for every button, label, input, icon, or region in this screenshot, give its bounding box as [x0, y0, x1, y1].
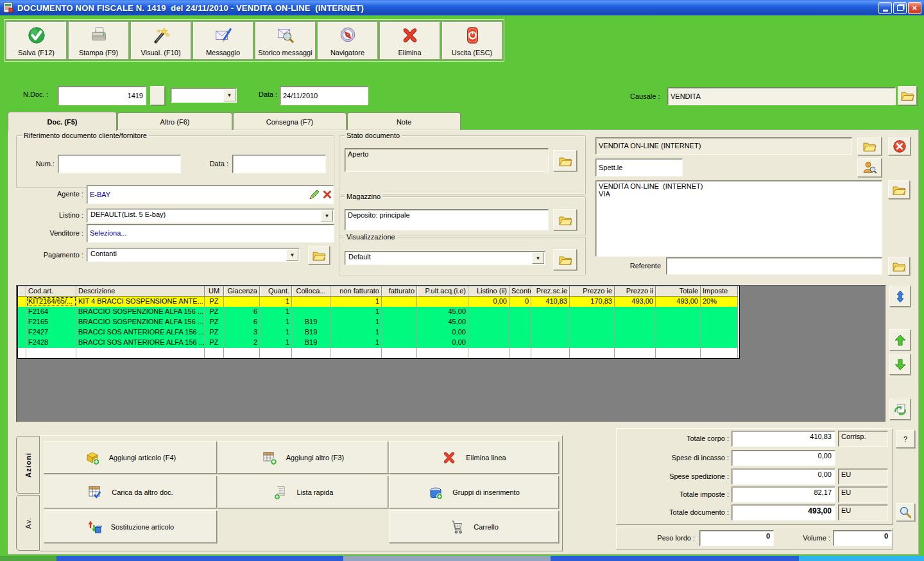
stato-lookup-button[interactable] — [553, 150, 577, 171]
rif-data-field[interactable] — [232, 155, 326, 173]
cell[interactable]: BRACCIO SOSPENZIONE ALFA 156 ... — [76, 317, 205, 327]
stato-field[interactable]: Aperto — [345, 148, 549, 172]
cell[interactable]: 1 — [330, 317, 382, 327]
cell[interactable] — [509, 338, 531, 348]
carrello-button[interactable]: Carrello — [389, 510, 559, 543]
agente-field[interactable]: E-BAY — [87, 185, 334, 204]
cell[interactable] — [531, 307, 570, 317]
cell[interactable]: F2427 — [26, 327, 76, 338]
cell[interactable] — [260, 348, 292, 358]
cell[interactable]: KIT2164/65/... — [26, 297, 76, 307]
row-indicator[interactable] — [18, 327, 26, 338]
cell[interactable] — [509, 327, 531, 338]
peso-lordo-field[interactable]: 0 — [699, 530, 774, 546]
cell[interactable] — [382, 297, 417, 307]
cell[interactable]: F2164 — [26, 307, 76, 317]
tab-azioni[interactable]: Azioni — [16, 436, 40, 494]
cell[interactable] — [417, 297, 468, 307]
indirizzo-textarea[interactable]: VENDITA ON-LINE (INTERNET) VIA — [595, 180, 882, 257]
listino-dropdown[interactable]: DEFAULT(List. 5 E-bay)▼ — [87, 209, 334, 223]
cell[interactable] — [701, 348, 738, 358]
cell[interactable] — [468, 338, 509, 348]
chevron-down-icon[interactable]: ▼ — [223, 89, 235, 101]
cell[interactable]: KIT 4 BRACCI SOSPENSIONE ANTE... — [76, 297, 205, 307]
cell[interactable] — [382, 348, 417, 358]
cell[interactable] — [570, 327, 615, 338]
column-header[interactable]: Descrizione — [76, 286, 205, 297]
minimize-button[interactable] — [878, 2, 892, 14]
date-field[interactable]: 24/11/2010 — [280, 86, 368, 105]
cerca-cliente-button[interactable] — [857, 158, 882, 177]
cell[interactable] — [570, 338, 615, 348]
ndoc-aux-button[interactable] — [150, 86, 165, 105]
uscita-button[interactable]: Uscita (ESC) — [441, 21, 502, 60]
cell[interactable]: 493,00 — [656, 297, 701, 307]
magazzino-field[interactable]: Deposito: principale — [345, 209, 549, 230]
row-up-button[interactable] — [889, 329, 911, 350]
messaggio-button[interactable]: Messaggio — [193, 21, 253, 60]
row-indicator[interactable] — [18, 307, 26, 317]
cell[interactable] — [615, 338, 656, 348]
table-row[interactable]: F2165BRACCIO SOSPENZIONE ALFA 156 ...PZ6… — [18, 317, 739, 327]
cell[interactable] — [656, 307, 701, 317]
cell[interactable]: BRACCI SOS ANTERIORE ALFA 156 ... — [76, 338, 205, 348]
rif-num-field[interactable] — [58, 155, 181, 173]
elimina-linea-button[interactable]: Elimina linea — [389, 441, 559, 474]
cell[interactable] — [701, 327, 738, 338]
column-header[interactable]: non fatturato — [330, 286, 382, 297]
elimina-button[interactable]: Elimina — [379, 21, 440, 60]
indirizzo-lookup-button[interactable] — [888, 180, 910, 199]
visualizzazione-dropdown[interactable]: Default▼ — [345, 251, 545, 265]
close-button[interactable]: ✕ — [908, 2, 921, 14]
cell[interactable] — [468, 327, 509, 338]
cell[interactable]: F2165 — [26, 317, 76, 327]
lista-rapida-button[interactable]: Lista rapida — [218, 476, 388, 508]
row-indicator[interactable] — [18, 297, 26, 307]
cell[interactable] — [531, 338, 570, 348]
magazzino-lookup-button[interactable] — [553, 209, 577, 230]
column-header[interactable]: Listino (ii) — [468, 286, 509, 297]
table-row[interactable]: KIT2164/65/...KIT 4 BRACCI SOSPENSIONE A… — [18, 297, 739, 307]
cell[interactable]: BRACCI SOS ANTERIORE ALFA 156 ... — [76, 327, 205, 338]
cell[interactable] — [224, 348, 260, 358]
column-header[interactable]: Colloca... — [292, 286, 330, 297]
cell[interactable] — [531, 348, 570, 358]
cliente-lookup-button[interactable] — [857, 137, 882, 155]
stampa-button[interactable]: Stampa (F9) — [68, 21, 129, 60]
cell[interactable]: 1 — [260, 297, 292, 307]
cell[interactable] — [417, 348, 468, 358]
cell[interactable] — [701, 307, 738, 317]
cell[interactable]: 6 — [224, 307, 260, 317]
edit-pencil-icon[interactable] — [308, 188, 321, 201]
pagamento-lookup-button[interactable] — [308, 246, 330, 264]
cell[interactable] — [656, 317, 701, 327]
table-row[interactable]: F2427BRACCI SOS ANTERIORE ALFA 156 ...PZ… — [18, 327, 739, 338]
gruppi-di-inserimento-button[interactable]: Gruppi di inserimento — [389, 476, 559, 508]
table-row[interactable]: F2428BRACCI SOS ANTERIORE ALFA 156 ...PZ… — [18, 338, 739, 348]
column-header[interactable]: UM — [205, 286, 224, 297]
cell[interactable]: 1 — [260, 327, 292, 338]
cell[interactable] — [531, 327, 570, 338]
cell[interactable] — [570, 317, 615, 327]
cell[interactable]: PZ — [205, 317, 224, 327]
cell[interactable] — [509, 348, 531, 358]
tab-doc[interactable]: Doc. (F5) — [8, 112, 117, 131]
cell[interactable] — [656, 327, 701, 338]
doc-type-dropdown[interactable]: ▼ — [171, 88, 237, 103]
zoom-totals-button[interactable] — [896, 503, 915, 521]
ndoc-field[interactable]: 1419 — [58, 86, 146, 105]
row-down-button[interactable] — [889, 354, 911, 375]
cell[interactable] — [656, 338, 701, 348]
cell[interactable]: 1 — [330, 338, 382, 348]
visual-button[interactable]: Visual. (F10) — [130, 21, 191, 60]
navigatore-button[interactable]: Navigatore — [317, 21, 378, 60]
cell[interactable] — [26, 348, 76, 358]
cell[interactable] — [509, 307, 531, 317]
cell[interactable]: B19 — [292, 338, 330, 348]
cell[interactable] — [656, 348, 701, 358]
cell[interactable]: 1 — [260, 307, 292, 317]
cell[interactable]: 1 — [260, 338, 292, 348]
cell[interactable]: PZ — [205, 297, 224, 307]
aggiungi-articolo-button[interactable]: Aggiungi articolo (F4) — [44, 441, 217, 474]
column-header[interactable]: Totale — [656, 286, 701, 297]
